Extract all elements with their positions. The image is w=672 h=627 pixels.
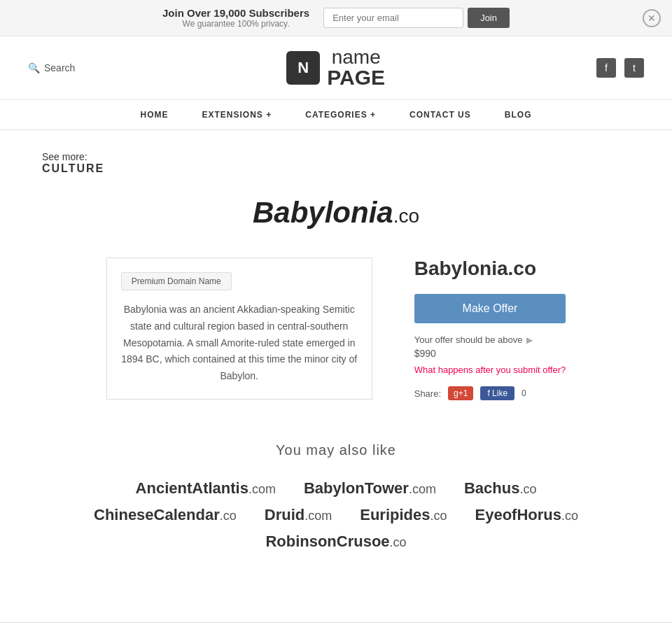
site-header: 🔍 Search N namePAGE f t	[0, 36, 672, 100]
domain-card: Premium Domain Name Babylonia was an anc…	[106, 258, 372, 400]
main-content: See more: CULTURE Babylonia.co Premium D…	[0, 130, 672, 580]
also-like-robinson-crusoe[interactable]: RobinsonCrusoe.co	[265, 533, 406, 551]
search-icon: 🔍	[28, 62, 40, 73]
culture-link[interactable]: CULTURE	[42, 162, 104, 174]
also-like-babylon-tower[interactable]: BabylonTower.com	[304, 479, 436, 498]
also-like-druid[interactable]: Druid.com	[265, 506, 332, 524]
logo-icon: N	[286, 51, 320, 85]
fb-like-button[interactable]: f Like	[480, 386, 514, 400]
banner-subtitle: We guarantee 100% privacy.	[162, 19, 309, 29]
facebook-icon[interactable]: f	[596, 58, 616, 78]
search-label: Search	[44, 62, 75, 73]
also-like-bachus[interactable]: Bachus.co	[464, 479, 537, 498]
offer-hint-arrow: ▶	[526, 335, 533, 345]
also-like-euripides[interactable]: Euripides.co	[360, 506, 447, 524]
join-button[interactable]: Join	[468, 8, 510, 28]
offer-price: $990	[414, 348, 566, 359]
offer-what-happens-link[interactable]: What happens after you submit offer?	[414, 365, 566, 375]
share-label: Share:	[414, 388, 441, 399]
make-offer-button[interactable]: Make Offer	[414, 294, 566, 323]
offer-hint: Your offer should be above ▶	[414, 334, 566, 345]
also-like-row-2: ChineseCalendar.co Druid.com Euripides.c…	[42, 506, 630, 524]
nav-extensions[interactable]: EXTENSIONS +	[200, 100, 275, 129]
search-trigger[interactable]: 🔍 Search	[28, 62, 75, 73]
also-like-section: You may also like AncientAtlantis.com Ba…	[42, 442, 630, 551]
also-like-row-1: AncientAtlantis.com BabylonTower.com Bac…	[42, 479, 630, 498]
like-count: 0	[522, 388, 526, 398]
banner-title: Join Over 19,000 Subscribers	[162, 7, 309, 19]
also-like-eye-of-horus[interactable]: EyeofHorus.co	[475, 506, 578, 524]
domain-section: Premium Domain Name Babylonia was an anc…	[42, 258, 630, 400]
share-row: Share: g+1 f Like 0	[414, 386, 566, 400]
nav-blog[interactable]: BLOG	[502, 100, 535, 129]
gplus-button[interactable]: g+1	[448, 386, 473, 400]
close-button[interactable]: ✕	[643, 9, 661, 27]
domain-info: Babylonia.co Make Offer Your offer shoul…	[414, 258, 566, 400]
card-description: Babylonia was an ancient Akkadian-speaki…	[121, 302, 358, 385]
top-banner: Join Over 19,000 Subscribers We guarante…	[0, 0, 672, 36]
card-label: Premium Domain Name	[121, 272, 232, 290]
footer: ABOUT US TERMS OF SERVICE PRIVACY POLICY…	[0, 622, 672, 627]
twitter-icon[interactable]: t	[624, 58, 644, 78]
also-like-title: You may also like	[42, 442, 630, 458]
also-like-ancient-atlantis[interactable]: AncientAtlantis.com	[136, 479, 276, 498]
domain-heading: Babylonia.co	[253, 196, 419, 229]
nav-home[interactable]: HOME	[138, 100, 172, 129]
domain-info-title: Babylonia.co	[414, 258, 566, 280]
logo[interactable]: N namePAGE	[286, 48, 385, 88]
social-links: f t	[596, 58, 644, 78]
email-input[interactable]	[323, 8, 463, 28]
nav-contact-us[interactable]: CONTACT US	[407, 100, 474, 129]
also-like-chinese-calendar[interactable]: ChineseCalendar.co	[94, 506, 237, 524]
main-nav: HOME EXTENSIONS + CATEGORIES + CONTACT U…	[0, 100, 672, 130]
see-more: See more: CULTURE	[42, 151, 630, 175]
banner-text: Join Over 19,000 Subscribers We guarante…	[162, 7, 309, 29]
nav-categories[interactable]: CATEGORIES +	[302, 100, 379, 129]
also-like-row-3: RobinsonCrusoe.co	[42, 533, 630, 551]
banner-form: Join	[323, 8, 510, 28]
logo-text: namePAGE	[327, 48, 385, 88]
